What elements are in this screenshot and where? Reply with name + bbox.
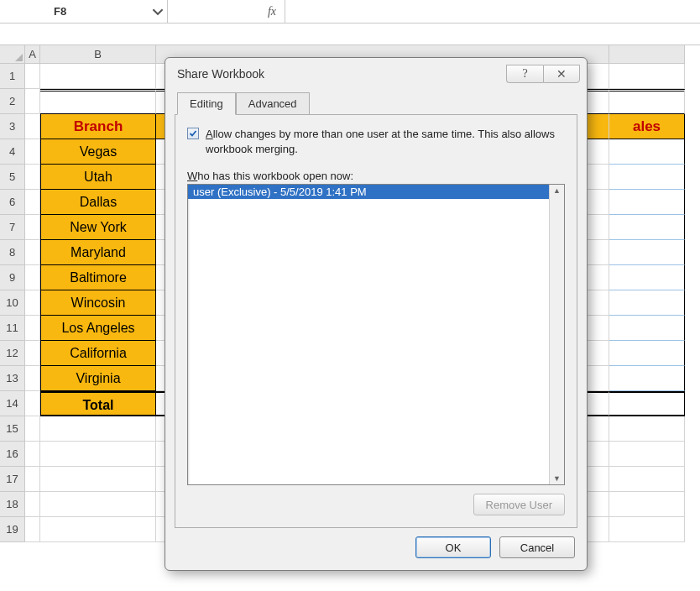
row-header[interactable]: 14 <box>0 391 25 416</box>
dialog-title: Share Workbook <box>177 67 506 81</box>
select-all-corner[interactable] <box>0 45 25 64</box>
table-row[interactable]: New York <box>40 215 156 240</box>
scroll-up-icon[interactable]: ▲ <box>553 186 561 195</box>
table-row[interactable]: Wincosin <box>40 290 156 316</box>
row-header[interactable]: 13 <box>0 366 25 391</box>
allow-changes-checkbox[interactable] <box>187 128 199 139</box>
ribbon-gap <box>0 24 700 45</box>
row-header[interactable]: 5 <box>0 165 25 190</box>
name-box-value: F8 <box>3 5 152 18</box>
chevron-down-icon[interactable] <box>152 6 164 18</box>
ok-button[interactable]: OK <box>415 536 491 558</box>
tab-strip: Editing Advanced <box>165 90 587 115</box>
table-row[interactable]: Dallas <box>40 190 156 215</box>
fx-icon[interactable]: fx <box>168 0 285 23</box>
row-header[interactable]: 9 <box>0 265 25 290</box>
header-sales[interactable]: ales <box>609 114 685 139</box>
close-button[interactable]: ✕ <box>543 65 580 83</box>
dialog-titlebar[interactable]: Share Workbook ? ✕ <box>165 58 587 90</box>
row-header[interactable]: 16 <box>0 442 25 467</box>
table-row[interactable]: Baltimore <box>40 265 156 290</box>
row-header[interactable]: 17 <box>0 467 25 492</box>
cancel-button[interactable]: Cancel <box>499 536 575 558</box>
row-header[interactable]: 6 <box>0 190 25 215</box>
row-header[interactable]: 12 <box>0 341 25 366</box>
table-row[interactable]: California <box>40 341 156 366</box>
remove-user-button[interactable]: Remove User <box>473 494 565 515</box>
row-header[interactable]: 2 <box>0 89 25 114</box>
row-header[interactable]: 8 <box>0 240 25 265</box>
table-row[interactable]: Virginia <box>40 366 156 391</box>
row-header[interactable]: 10 <box>0 290 25 316</box>
allow-changes-label: Allow changes by more than one user at t… <box>206 127 565 156</box>
table-row[interactable]: Maryland <box>40 240 156 265</box>
user-listbox[interactable]: user (Exclusive) - 5/5/2019 1:41 PM ▲ ▼ <box>187 184 565 485</box>
row-header[interactable]: 19 <box>0 517 25 542</box>
row-header[interactable]: 15 <box>0 416 25 442</box>
header-branch[interactable]: Branch <box>40 114 156 139</box>
col-header-b[interactable]: B <box>40 45 156 64</box>
row-headers: 1 2 3 4 5 6 7 8 9 10 11 12 13 14 15 16 1… <box>0 64 25 542</box>
row-header[interactable]: 18 <box>0 492 25 517</box>
table-row[interactable]: Los Angeles <box>40 316 156 341</box>
name-box[interactable]: F8 <box>0 0 168 23</box>
row-header[interactable]: 3 <box>0 114 25 139</box>
formula-input[interactable] <box>285 0 700 23</box>
tab-advanced[interactable]: Advanced <box>236 92 310 115</box>
share-workbook-dialog: Share Workbook ? ✕ Editing Advanced Allo… <box>165 57 588 571</box>
scrollbar[interactable]: ▲ ▼ <box>549 185 564 484</box>
scroll-down-icon[interactable]: ▼ <box>553 474 561 483</box>
table-row[interactable]: Vegas <box>40 139 156 165</box>
row-header[interactable]: 11 <box>0 316 25 341</box>
dialog-footer: OK Cancel <box>165 528 587 570</box>
list-item[interactable]: user (Exclusive) - 5/5/2019 1:41 PM <box>188 185 549 199</box>
row-header[interactable]: 4 <box>0 139 25 165</box>
col-header-a[interactable]: A <box>25 45 40 64</box>
tab-panel-editing: Allow changes by more than one user at t… <box>175 115 577 528</box>
who-open-label: Who has this workbook open now: <box>187 170 565 182</box>
table-row[interactable]: Utah <box>40 165 156 190</box>
help-button[interactable]: ? <box>506 65 543 83</box>
formula-bar: F8 fx <box>0 0 700 24</box>
row-header[interactable]: 1 <box>0 64 25 89</box>
row-header[interactable]: 7 <box>0 215 25 240</box>
col-header-last[interactable] <box>609 45 685 64</box>
tab-editing[interactable]: Editing <box>177 92 236 115</box>
total-row[interactable]: Total <box>40 391 156 416</box>
